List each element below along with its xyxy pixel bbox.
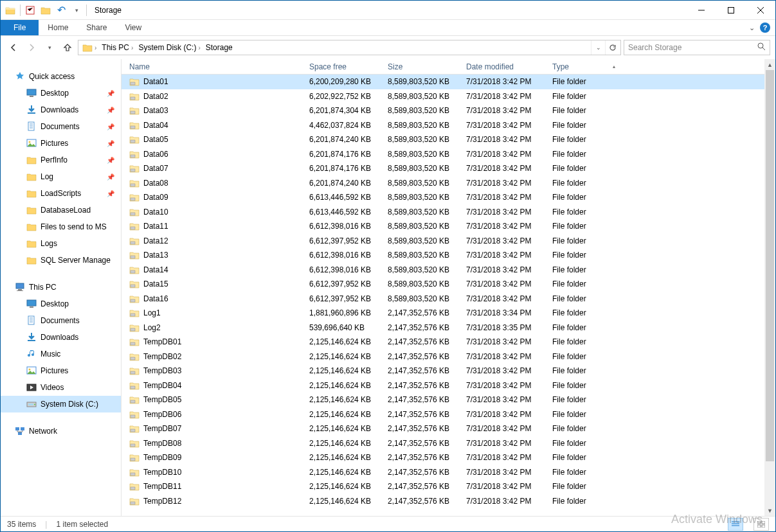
file-row[interactable]: Data086,201,874,240 KB8,589,803,520 KB7/… xyxy=(122,176,775,191)
tab-share[interactable]: Share xyxy=(77,20,116,35)
address-bar[interactable]: › This PC› System Disk (C:)› Storage ⌄ xyxy=(78,40,621,55)
sidebar-this-pc[interactable]: This PC xyxy=(1,279,121,296)
pin-icon: 📌 xyxy=(107,107,114,114)
pin-icon: 📌 xyxy=(107,123,114,130)
sidebar-item-perfinfo[interactable]: PerfInfo📌 xyxy=(1,152,121,168)
svg-rect-52 xyxy=(131,328,135,331)
search-placeholder: Search Storage xyxy=(628,43,757,52)
file-row[interactable]: Log11,881,960,896 KB2,147,352,576 KB7/31… xyxy=(122,306,775,321)
file-row[interactable]: TempDB122,125,146,624 KB2,147,352,576 KB… xyxy=(122,494,775,509)
crumb-storage[interactable]: Storage xyxy=(203,43,235,52)
file-row[interactable]: TempDB092,125,146,624 KB2,147,352,576 KB… xyxy=(122,450,775,465)
forward-button[interactable] xyxy=(24,40,39,55)
refresh-button[interactable] xyxy=(605,40,619,55)
sidebar-item-downloads[interactable]: Downloads xyxy=(1,329,121,346)
file-row[interactable]: TempDB042,125,146,624 KB2,147,352,576 KB… xyxy=(122,378,775,393)
file-row[interactable]: Data016,200,209,280 KB8,589,803,520 KB7/… xyxy=(122,75,775,89)
file-row[interactable]: Data066,201,874,176 KB8,589,803,520 KB7/… xyxy=(122,147,775,162)
file-row[interactable]: Data106,613,446,592 KB8,589,803,520 KB7/… xyxy=(122,205,775,220)
file-row[interactable]: Data096,613,446,592 KB8,589,803,520 KB7/… xyxy=(122,190,775,205)
file-row[interactable]: Data146,612,398,016 KB8,589,803,520 KB7/… xyxy=(122,263,775,278)
minimize-button[interactable] xyxy=(687,1,716,20)
search-box[interactable]: Search Storage xyxy=(624,40,770,55)
help-icon[interactable]: ? xyxy=(760,22,770,33)
pictures-icon xyxy=(26,366,37,376)
undo-icon[interactable]: ↶ xyxy=(54,3,68,17)
sidebar-item-sql-server-manage[interactable]: SQL Server Manage xyxy=(1,252,121,269)
tab-home[interactable]: Home xyxy=(39,20,77,35)
tab-view[interactable]: View xyxy=(116,20,150,35)
file-row[interactable]: Data116,612,398,016 KB8,589,803,520 KB7/… xyxy=(122,219,775,234)
sidebar-item-log[interactable]: Log📌 xyxy=(1,168,121,185)
scroll-thumb[interactable] xyxy=(766,70,774,461)
sidebar-item-loadscripts[interactable]: LoadScripts📌 xyxy=(1,185,121,202)
svg-point-5 xyxy=(758,43,763,48)
tab-file[interactable]: File xyxy=(1,20,39,35)
file-row[interactable]: Log2539,696,640 KB2,147,352,576 KB7/31/2… xyxy=(122,321,775,335)
sidebar-item-desktop[interactable]: Desktop xyxy=(1,296,121,312)
scroll-down-button[interactable]: ▼ xyxy=(764,505,775,516)
address-dropdown-button[interactable]: ⌄ xyxy=(591,40,605,55)
sidebar-item-documents[interactable]: Documents xyxy=(1,312,121,329)
sidebar-item-desktop[interactable]: Desktop📌 xyxy=(1,85,121,102)
svg-rect-64 xyxy=(131,502,135,504)
crumb-this-pc[interactable]: This PC› xyxy=(99,43,136,52)
sidebar-item-logs[interactable]: Logs xyxy=(1,235,121,252)
file-row[interactable]: Data076,201,874,176 KB8,589,803,520 KB7/… xyxy=(122,161,775,176)
file-row[interactable]: Data026,202,922,752 KB8,589,803,520 KB7/… xyxy=(122,89,775,104)
file-row[interactable]: Data156,612,397,952 KB8,589,803,520 KB7/… xyxy=(122,277,775,292)
folder-icon xyxy=(26,205,37,215)
file-row[interactable]: Data126,612,397,952 KB8,589,803,520 KB7/… xyxy=(122,234,775,249)
file-row[interactable]: Data036,201,874,304 KB8,589,803,520 KB7/… xyxy=(122,103,775,118)
sidebar-quick-access[interactable]: Quick access xyxy=(1,68,121,85)
sidebar-item-pictures[interactable]: Pictures xyxy=(1,362,121,379)
file-row[interactable]: TempDB072,125,146,624 KB2,147,352,576 KB… xyxy=(122,421,775,436)
sidebar-item-music[interactable]: Music xyxy=(1,346,121,362)
sidebar-item-system-disk-c-[interactable]: System Disk (C:) xyxy=(1,396,121,412)
disk-icon xyxy=(26,399,37,409)
column-size[interactable]: Size xyxy=(384,62,462,71)
file-row[interactable]: TempDB102,125,146,624 KB2,147,352,576 KB… xyxy=(122,465,775,480)
vertical-scrollbar[interactable]: ▲ ▼ xyxy=(764,59,775,516)
file-row[interactable]: TempDB032,125,146,624 KB2,147,352,576 KB… xyxy=(122,364,775,378)
scroll-up-button[interactable]: ▲ xyxy=(764,59,775,70)
file-row[interactable]: Data136,612,398,016 KB8,589,803,520 KB7/… xyxy=(122,248,775,263)
file-row[interactable]: TempDB082,125,146,624 KB2,147,352,576 KB… xyxy=(122,436,775,451)
qat-dropdown-icon[interactable]: ▾ xyxy=(69,3,84,17)
close-button[interactable] xyxy=(746,1,775,20)
file-row[interactable]: TempDB062,125,146,624 KB2,147,352,576 KB… xyxy=(122,407,775,422)
sidebar-network[interactable]: Network xyxy=(1,423,121,439)
column-type[interactable]: Type▴ xyxy=(548,62,619,71)
sidebar-item-files-to-send-to-ms[interactable]: Files to send to MS xyxy=(1,218,121,235)
svg-rect-7 xyxy=(27,89,36,95)
new-folder-icon[interactable] xyxy=(39,3,53,17)
column-space-free[interactable]: Space free xyxy=(305,62,384,71)
svg-rect-19 xyxy=(27,300,36,306)
file-row[interactable]: Data166,612,397,952 KB8,589,803,520 KB7/… xyxy=(122,292,775,306)
sidebar-item-documents[interactable]: Documents📌 xyxy=(1,118,121,135)
sidebar-item-videos[interactable]: Videos xyxy=(1,379,121,396)
properties-icon[interactable] xyxy=(23,3,37,17)
column-name[interactable]: Name xyxy=(125,62,305,71)
file-row[interactable]: TempDB012,125,146,624 KB2,147,352,576 KB… xyxy=(122,335,775,350)
svg-rect-8 xyxy=(30,96,33,97)
file-row[interactable]: TempDB052,125,146,624 KB2,147,352,576 KB… xyxy=(122,393,775,407)
crumb-system-disk[interactable]: System Disk (C:)› xyxy=(136,43,203,52)
sidebar-item-downloads[interactable]: Downloads📌 xyxy=(1,102,121,118)
file-row[interactable]: Data056,201,874,240 KB8,589,803,520 KB7/… xyxy=(122,132,775,147)
back-button[interactable] xyxy=(6,40,21,55)
recent-locations-button[interactable]: ▾ xyxy=(42,40,57,55)
file-row[interactable]: TempDB112,125,146,624 KB2,147,352,576 KB… xyxy=(122,479,775,494)
details-view-button[interactable] xyxy=(728,518,743,531)
column-date-modified[interactable]: Date modified xyxy=(462,62,548,71)
file-row[interactable]: Data044,462,037,824 KB8,589,803,520 KB7/… xyxy=(122,118,775,133)
maximize-button[interactable] xyxy=(716,1,746,20)
ribbon-collapse-icon[interactable]: ⌄ xyxy=(749,24,755,32)
up-button[interactable] xyxy=(60,40,75,55)
thumbnails-view-button[interactable] xyxy=(753,518,769,531)
file-row[interactable]: TempDB022,125,146,624 KB2,147,352,576 KB… xyxy=(122,350,775,364)
search-icon xyxy=(757,42,766,53)
svg-point-15 xyxy=(29,141,31,143)
sidebar-item-pictures[interactable]: Pictures📌 xyxy=(1,135,121,152)
sidebar-item-databaseload[interactable]: DatabaseLoad xyxy=(1,202,121,218)
